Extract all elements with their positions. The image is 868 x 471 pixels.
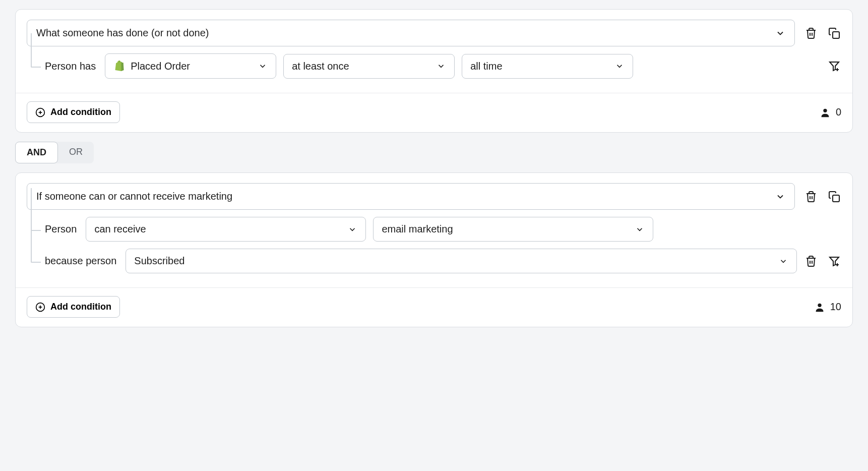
logic-toggle: AND OR [15,142,94,163]
svg-point-15 [818,303,821,307]
duplicate-group-button[interactable] [827,190,841,204]
timeframe-select[interactable]: all time [462,54,633,79]
card-footer: Add condition 0 [27,93,841,132]
svg-rect-0 [833,32,839,38]
condition-type-select[interactable]: What someone has done (or not done) [27,20,795,46]
chevron-down-icon [778,256,788,266]
chevron-down-icon [258,61,268,71]
chevron-down-icon [614,61,625,71]
condition-group-2: If someone can or cannot receive marketi… [15,172,853,327]
event-select-value: Placed Order [131,61,190,72]
duplicate-group-button[interactable] [827,26,841,40]
add-filter-button[interactable] [827,59,841,73]
receive-ability-select[interactable]: can receive [86,217,366,242]
reason-select[interactable]: Subscribed [126,249,797,273]
timeframe-select-value: all time [470,61,502,72]
profile-count-value: 10 [830,301,841,313]
person-icon [820,107,831,118]
condition-row: Person has Placed Order at least once al… [45,53,841,79]
frequency-select[interactable]: at least once [283,54,455,79]
reason-select-value: Subscribed [134,255,184,267]
profile-count-value: 0 [836,106,841,118]
add-filter-button[interactable] [827,254,841,268]
delete-row-button[interactable] [804,254,818,268]
receive-ability-value: can receive [94,223,146,235]
row-prefix-label: Person [45,223,77,235]
condition-type-label: What someone has done (or not done) [36,27,209,39]
chevron-down-icon [347,224,357,234]
shopify-icon [113,60,126,72]
channel-select[interactable]: email marketing [373,217,653,242]
condition-row: Person can receive email marketing [45,217,841,242]
channel-select-value: email marketing [382,223,453,235]
add-condition-button[interactable]: Add condition [27,296,120,318]
condition-type-row: If someone can or cannot receive marketi… [27,183,841,210]
chevron-down-icon [436,61,446,71]
event-select[interactable]: Placed Order [105,53,276,79]
row-prefix-label: because person [45,255,116,267]
add-condition-label: Add condition [50,107,111,117]
svg-point-7 [823,108,827,112]
condition-type-select[interactable]: If someone can or cannot receive marketi… [27,183,795,210]
add-condition-button[interactable]: Add condition [27,101,120,123]
condition-group-1: What someone has done (or not done) Pers… [15,9,853,133]
condition-row: because person Subscribed [45,249,841,273]
logic-and-option[interactable]: AND [15,142,58,163]
delete-group-button[interactable] [804,190,818,204]
svg-rect-8 [833,195,839,202]
logic-or-option[interactable]: OR [58,142,94,163]
row-actions [827,59,841,73]
card-footer: Add condition 10 [27,288,841,327]
chevron-down-icon [775,28,785,38]
chevron-down-icon [775,192,785,202]
delete-group-button[interactable] [804,26,818,40]
person-icon [814,302,825,313]
frequency-select-value: at least once [292,61,349,72]
condition-type-label: If someone can or cannot receive marketi… [36,191,232,202]
row-prefix-label: Person has [45,61,96,72]
row-actions [804,254,841,268]
profile-count: 10 [814,301,841,313]
condition-type-row: What someone has done (or not done) [27,20,841,46]
add-condition-label: Add condition [50,302,111,312]
profile-count: 0 [820,106,841,118]
chevron-down-icon [635,224,645,234]
